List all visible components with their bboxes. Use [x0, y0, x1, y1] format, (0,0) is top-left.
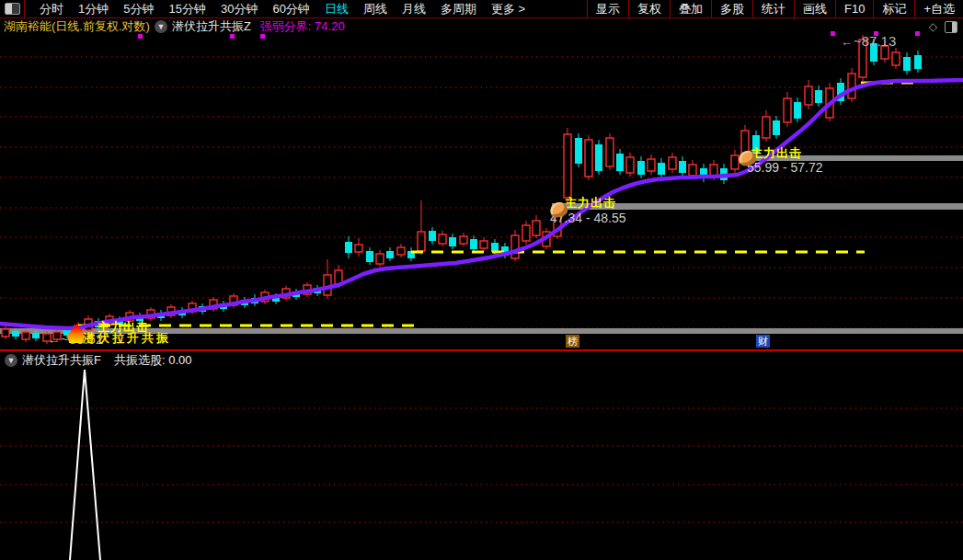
toolbar-button-7[interactable]: F10	[835, 0, 873, 17]
toolbar-button-4[interactable]: 多股	[711, 0, 752, 17]
candle-up	[626, 157, 634, 173]
subpane-signal-readout: 共振选股: 0.00	[114, 352, 192, 369]
toolbar-button-2[interactable]: 复权	[628, 0, 670, 17]
candle-up	[564, 134, 571, 198]
toolbar-button-3[interactable]: 叠加	[670, 0, 711, 17]
toolbar-button-1[interactable]: 显示	[587, 0, 628, 17]
period-tab-4[interactable]: 15分钟	[161, 1, 212, 17]
window-layout-icon[interactable]	[5, 3, 20, 15]
period-tab-7[interactable]: 日线	[317, 1, 356, 17]
period-tabs: 分时1分钟5分钟15分钟30分钟60分钟日线周线月线多周期更多 >	[32, 1, 533, 17]
candle-up	[397, 247, 405, 255]
gray-resistance-bar	[754, 155, 963, 161]
candle-up	[805, 86, 812, 105]
candle-up	[606, 138, 613, 166]
period-tab-9[interactable]: 月线	[395, 1, 433, 17]
subpane-signal-label: 共振选股:	[114, 353, 166, 367]
candle-up	[859, 40, 866, 77]
toolbar-divider	[24, 0, 25, 17]
candle-up	[460, 236, 467, 244]
candle-up	[762, 117, 770, 138]
toolbar-button-9[interactable]: +自选	[914, 0, 963, 17]
period-tab-5[interactable]: 30分钟	[213, 1, 265, 17]
candle-up	[43, 334, 51, 341]
toolbar-button-8[interactable]: 标记	[873, 0, 914, 17]
candle-down	[914, 55, 922, 69]
candle-up	[881, 46, 888, 59]
candle-up	[418, 232, 425, 251]
candle-down	[366, 251, 373, 262]
period-tab-3[interactable]: 5分钟	[116, 1, 161, 17]
period-tab-11[interactable]: 更多 >	[484, 1, 533, 17]
candle-up	[669, 157, 676, 169]
candle-down	[63, 330, 71, 336]
candle-down	[386, 251, 394, 258]
signal-spike-line	[70, 370, 100, 560]
candle-up	[784, 98, 791, 122]
candle-up	[848, 74, 855, 98]
candle-down	[616, 154, 624, 171]
candle-up	[522, 225, 530, 241]
period-tab-8[interactable]: 周线	[356, 1, 395, 17]
candle-down	[32, 333, 40, 338]
candle-down	[794, 102, 801, 119]
candle-up	[892, 52, 900, 65]
toolbar-buttons: 显示复权叠加多股统计画线F10标记+自选	[587, 0, 963, 17]
candle-up	[53, 332, 61, 339]
candle-up	[2, 329, 9, 337]
stock-title: 湖南裕能(日线.前复权.对数)	[4, 18, 150, 35]
candle-down	[658, 163, 665, 175]
candle-down	[637, 161, 645, 175]
candle-down	[470, 239, 477, 249]
toolbar-button-5[interactable]: 统计	[752, 0, 794, 17]
candle-up	[648, 159, 655, 171]
threshold-value: 74.20	[315, 19, 345, 33]
candle-up	[511, 235, 519, 258]
candle-down	[595, 144, 602, 171]
candle-up	[439, 234, 446, 244]
indicator-dropdown-icon[interactable]: ▼	[155, 20, 167, 33]
candlestick-chart-canvas[interactable]	[0, 0, 963, 560]
toolbar-button-6[interactable]: 画线	[794, 0, 835, 17]
period-tab-2[interactable]: 1分钟	[71, 1, 116, 17]
chart-title-bar: 湖南裕能(日线.前复权.对数) ▼ 潜伏拉升共振Z 强弱分界: 74.20 ◇	[0, 18, 963, 35]
candle-down	[429, 231, 436, 241]
trading-app-window: 分时1分钟5分钟15分钟30分钟60分钟日线周线月线多周期更多 > 显示复权叠加…	[0, 0, 963, 560]
period-tab-10[interactable]: 多周期	[433, 1, 484, 17]
candle-up	[585, 140, 592, 177]
candle-up	[533, 221, 540, 235]
period-tab-1[interactable]: 分时	[32, 1, 71, 17]
diamond-icon[interactable]: ◇	[929, 20, 937, 33]
subpane-indicator-name[interactable]: 潜伏拉升共振F	[22, 352, 101, 369]
candle-up	[22, 332, 29, 339]
candle-up	[731, 155, 739, 169]
subpane-dropdown-icon[interactable]: ▼	[5, 354, 17, 367]
threshold-label: 强弱分界:	[260, 19, 312, 33]
candle-down	[870, 43, 877, 62]
candle-up	[355, 245, 362, 252]
candle-up	[480, 241, 487, 248]
candle-down	[679, 161, 686, 173]
candle-down	[903, 57, 911, 71]
main-indicator-name[interactable]: 潜伏拉升共振Z	[172, 18, 251, 35]
candle-up	[741, 131, 749, 158]
gray-resistance-bar	[0, 328, 963, 334]
top-toolbar: 分时1分钟5分钟15分钟30分钟60分钟日线周线月线多周期更多 > 显示复权叠加…	[0, 0, 963, 18]
candle-down	[752, 135, 760, 154]
subpane-header: ▼ 潜伏拉升共振F 共振选股: 0.00	[0, 353, 963, 367]
candle-up	[689, 165, 696, 176]
candle-up	[376, 254, 384, 264]
period-tab-6[interactable]: 60分钟	[265, 1, 316, 17]
window-split-icon[interactable]	[945, 21, 957, 33]
threshold-readout: 强弱分界: 74.20	[260, 18, 345, 35]
candle-down	[815, 90, 822, 103]
candle-down	[449, 237, 456, 246]
candle-down	[575, 138, 582, 164]
candle-down	[12, 331, 19, 337]
subpane-signal-value: 0.00	[168, 353, 191, 367]
candle-down	[773, 120, 780, 135]
gray-resistance-bar	[552, 203, 963, 210]
candle-down	[345, 242, 352, 253]
